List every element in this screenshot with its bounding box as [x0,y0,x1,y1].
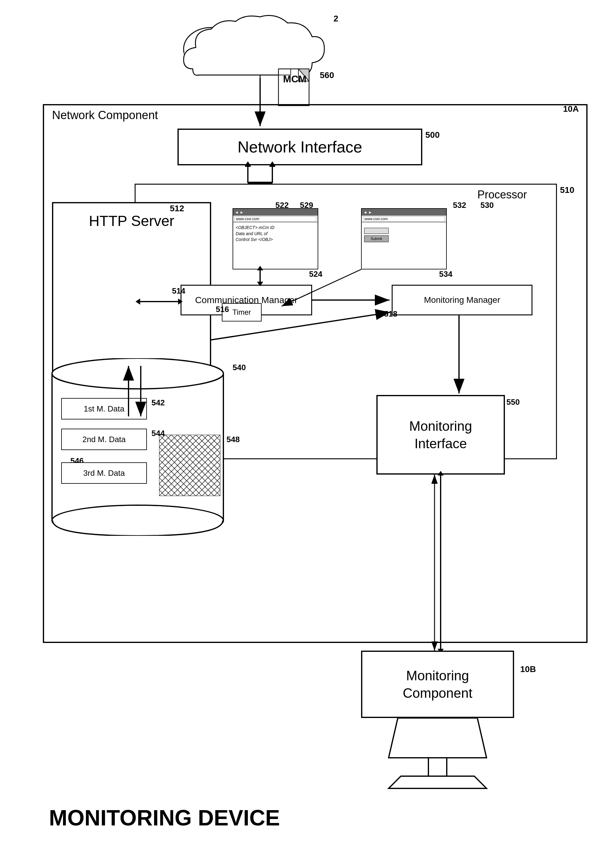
ref-2: 2 [334,14,338,23]
svg-rect-68 [428,758,447,776]
svg-marker-69 [389,776,487,788]
svg-point-38 [52,358,223,389]
browser-window-2: ◄ ► www.csvr.com Submit [361,208,447,270]
monitoring-manager-box: Monitoring Manager [392,285,532,315]
network-interface-text: Network Interface [238,138,362,156]
browser-url-2: www.csvr.com [363,216,445,222]
ref-540: 540 [233,363,246,372]
browser-url-1: www.csvr.com [234,216,317,222]
ref-560: 560 [320,70,334,80]
svg-point-3 [184,28,239,70]
monitoring-component-box: MonitoringComponent [361,651,514,718]
monitoring-device-title: MONITORING DEVICE [49,805,280,830]
ref-548: 548 [226,435,240,444]
svg-point-12 [267,40,308,72]
timer-text: Timer [233,308,251,316]
data-3-text: 3rd M. Data [83,468,125,478]
ref-542: 542 [151,398,165,408]
data-2-text: 2nd M. Data [82,435,126,444]
svg-point-4 [211,23,260,63]
data-box-3: 3rd M. Data [61,462,147,484]
monitoring-component-text: MonitoringComponent [403,667,472,702]
svg-point-5 [240,29,286,66]
svg-point-6 [266,35,309,69]
network-interface-box: Network Interface [178,129,422,165]
ref-10B: 10B [520,664,536,674]
ref-518: 518 [384,309,397,319]
crosshatch-box [159,435,220,496]
svg-point-10 [212,28,260,67]
svg-point-8 [231,43,289,83]
ref-512: 512 [170,204,184,213]
data-box-2: 2nd M. Data [61,429,147,450]
svg-point-11 [241,34,286,69]
svg-point-13 [199,46,260,85]
ref-534: 534 [439,270,452,279]
svg-marker-67 [389,718,487,758]
svg-point-14 [232,48,289,86]
ref-550: 550 [507,397,519,407]
monitoring-manager-text: Monitoring Manager [424,295,500,305]
browser-window-1: ◄ ► www.csvr.com <OBJECT> mCm ID Data an… [233,208,318,270]
data-box-1: 1st M. Data [61,398,147,420]
monitoring-interface-box: MonitoringInterface [376,395,505,474]
ref-530: 530 [481,200,494,210]
svg-point-7 [199,41,260,81]
svg-point-9 [184,33,238,74]
http-server-text: HTTP Server [89,212,174,229]
ref-514: 514 [172,286,185,296]
browser-content-1: <OBJECT> mCm ID Data and URL of Control … [233,222,318,245]
ref-500: 500 [425,130,440,140]
ref-510: 510 [560,185,574,195]
ref-532: 532 [453,200,466,210]
processor-label: Processor [478,188,527,201]
mcm-label: MCM [283,73,306,85]
monitor-icon [355,718,520,798]
browser-controls-1: ◄ ► [235,210,244,215]
ref-516: 516 [216,305,229,314]
browser-content-2: Submit [362,222,446,245]
svg-rect-43 [159,435,220,496]
ref-524: 524 [309,270,322,279]
monitoring-interface-text: MonitoringInterface [409,417,472,452]
data-1-text: 1st M. Data [84,404,125,414]
browser-controls-2: ◄ ► [363,210,372,215]
